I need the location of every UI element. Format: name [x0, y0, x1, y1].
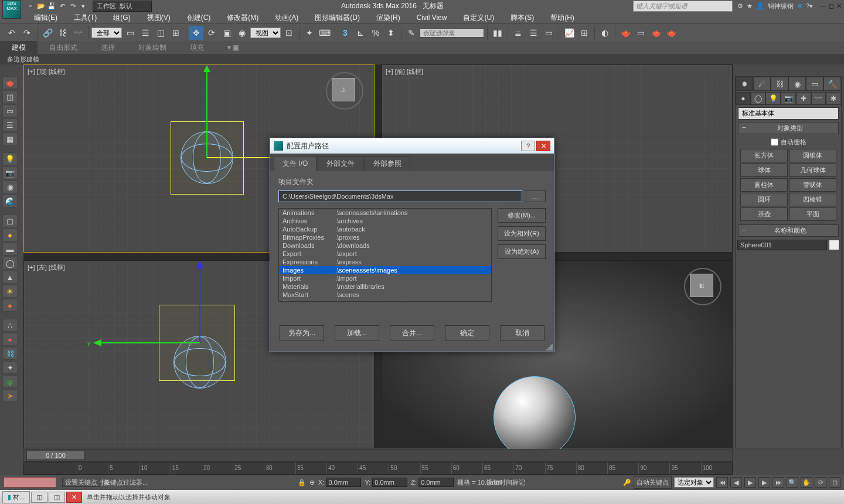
next-frame-button[interactable]: ▶ — [758, 477, 770, 488]
render-iterative-button[interactable]: 🫖 — [664, 26, 678, 40]
select-place-button[interactable]: ◉ — [235, 26, 249, 40]
viewcube-persp[interactable]: ◧ — [690, 274, 713, 297]
nav-zoom-button[interactable]: 🔍 — [787, 477, 798, 488]
rendered-frame-button[interactable]: ▭ — [634, 26, 648, 40]
dialog-side-修改(M)...[interactable]: 修改(M)... — [498, 208, 546, 223]
prim-cone-icon[interactable]: ▲ — [2, 271, 18, 284]
dialog-help-button[interactable]: ? — [521, 141, 535, 151]
goto-end-button[interactable]: ⏭ — [772, 477, 784, 488]
subtab-shapes[interactable]: ◯ — [751, 92, 766, 105]
path-row-Materials[interactable]: Materials.\materiallibraries — [279, 282, 491, 291]
select-region-button[interactable]: ◫ — [154, 26, 168, 40]
qat-undo-icon[interactable]: ↶ — [57, 1, 67, 11]
dialog-btn-确定[interactable]: 确定 — [445, 325, 489, 341]
help-search-input[interactable]: 键入关键字或短语 — [633, 1, 733, 12]
path-row-AutoBackup[interactable]: AutoBackup.\autoback — [279, 225, 491, 233]
help-icon[interactable]: ?▾ — [806, 2, 813, 10]
user-name[interactable]: 钢神缘钢 — [768, 2, 794, 11]
dialog-btn-加载...[interactable]: 加载... — [335, 325, 379, 341]
menu-工具(T)[interactable]: 工具(T) — [66, 12, 105, 24]
grass-icon[interactable]: ψ — [2, 375, 18, 388]
category-dropdown[interactable]: 标准基本体 — [738, 107, 839, 120]
ribbon-tab-2[interactable]: 选择 — [89, 41, 127, 55]
subtab-geometry[interactable]: ● — [736, 92, 751, 105]
path-row-Images[interactable]: Images.\sceneassets\images — [279, 266, 491, 274]
tab-motion[interactable]: ◉ — [788, 77, 806, 91]
dialog-btn-合并...[interactable]: 合并... — [390, 325, 434, 341]
viewport-top-label[interactable]: [+] [顶] [线框] — [28, 67, 65, 76]
star-icon[interactable]: ★ — [747, 2, 753, 10]
percent-snap-button[interactable]: % — [369, 26, 383, 40]
display-floater-icon[interactable]: ▦ — [2, 132, 18, 145]
prim-球体[interactable]: 球体 — [740, 164, 788, 177]
dynamics-icon[interactable]: ● — [2, 333, 18, 346]
subtab-helpers[interactable]: ✚ — [796, 92, 811, 105]
select-object-button[interactable]: ▭ — [123, 26, 137, 40]
menu-编辑(E)[interactable]: 编辑(E) — [26, 12, 66, 24]
tab-hierarchy[interactable]: ⛓ — [771, 77, 788, 91]
ribbon-expand[interactable]: ▾ ▣ — [216, 42, 251, 53]
viewport-left-label[interactable]: [+] [左] [线框] — [28, 263, 65, 272]
browse-path-button[interactable]: ... — [526, 190, 546, 202]
qat-new-icon[interactable]: ▫ — [26, 1, 35, 11]
play-button[interactable]: ▶ — [744, 477, 756, 488]
arrow-icon[interactable]: ➤ — [2, 389, 18, 402]
object-name-input[interactable] — [737, 240, 827, 250]
minimize-button[interactable]: — — [820, 2, 826, 10]
ribbon-tab-3[interactable]: 对象绘制 — [127, 41, 178, 55]
autokey-button[interactable]: 自动关键点 — [634, 476, 672, 489]
taskbar-app-button[interactable]: ▮ 材... — [2, 491, 30, 503]
menu-创建(C)[interactable]: 创建(C) — [179, 12, 219, 24]
coord-mode-icon[interactable]: ⊕ — [309, 479, 315, 486]
mirror-button[interactable]: ▮▮ — [491, 26, 505, 40]
x-input[interactable] — [326, 478, 361, 487]
nav-orbit-button[interactable]: ⟳ — [815, 477, 826, 488]
selection-filter-dropdown[interactable]: 全部 — [91, 28, 122, 38]
qat-project-icon[interactable]: ▾ — [79, 1, 88, 11]
align-button[interactable]: ≣ — [511, 26, 525, 40]
angle-snap-button[interactable]: ⊾ — [353, 26, 367, 40]
dialog-btn-另存为...[interactable]: 另存为... — [280, 325, 324, 341]
prim-长方体[interactable]: 长方体 — [740, 149, 788, 162]
tab-create[interactable]: ✹ — [736, 77, 753, 91]
spacewarp-icon[interactable]: 🌊 — [2, 195, 18, 207]
menu-渲染(R)[interactable]: 渲染(R) — [368, 12, 409, 24]
menu-帮助(H)[interactable]: 帮助(H) — [542, 12, 583, 24]
render-production-button[interactable]: 🫖 — [649, 26, 663, 40]
tab-display[interactable]: ▭ — [806, 77, 823, 91]
menu-脚本(S)[interactable]: 脚本(S) — [502, 12, 542, 24]
prim-geo-icon[interactable]: ● — [2, 299, 18, 312]
dialog-tab-2[interactable]: 外部参照 — [365, 156, 410, 171]
select-scale-button[interactable]: ▣ — [220, 26, 234, 40]
camera-icon[interactable]: 📷 — [2, 166, 18, 179]
viewcube-top[interactable]: 上 — [332, 78, 355, 101]
isolate-icon[interactable]: ▭ — [2, 104, 18, 117]
key-target-dropdown[interactable]: 选定对象 — [674, 477, 714, 488]
schematic-view-button[interactable]: ⊞ — [577, 26, 591, 40]
add-time-tag[interactable]: 添加时间标记 — [486, 478, 525, 487]
ribbon-tab-0[interactable]: 建模 — [0, 41, 38, 55]
prim-圆环[interactable]: 圆环 — [740, 193, 788, 206]
dialog-side-设为相对(R)[interactable]: 设为相对(R) — [498, 226, 546, 241]
taskbar-btn2[interactable]: ◫ — [31, 492, 47, 503]
maximize-button[interactable]: ◻ — [829, 2, 834, 10]
path-row-BitmapProxies[interactable]: BitmapProxies.\proxies — [279, 233, 491, 241]
menu-组(G)[interactable]: 组(G) — [105, 12, 138, 24]
prim-圆锥体[interactable]: 圆锥体 — [789, 149, 836, 162]
select-move-button[interactable]: ✥ — [189, 26, 203, 40]
path-row-Animations[interactable]: Animations.\sceneassets\animations — [279, 209, 491, 217]
dialog-btn-取消[interactable]: 取消 — [500, 325, 544, 341]
undo-button[interactable]: ↶ — [5, 26, 19, 40]
paths-listbox[interactable]: Animations.\sceneassets\animationsArchiv… — [278, 208, 492, 302]
path-row-Import[interactable]: Import.\import — [279, 274, 491, 282]
pivot-center-button[interactable]: ⊡ — [282, 26, 296, 40]
keyfilter-button[interactable]: 关键点过滤器... — [104, 479, 148, 486]
exchange-icon[interactable]: ✕ — [797, 2, 802, 10]
dialog-close-button[interactable]: ✕ — [536, 141, 550, 151]
layer-explorer-icon[interactable]: ☰ — [2, 118, 18, 131]
workspace-dropdown[interactable]: 工作区: 默认 — [93, 1, 152, 12]
spinner-snap-button[interactable]: ⬍ — [384, 26, 398, 40]
qat-redo-icon[interactable]: ↷ — [68, 1, 77, 11]
material-editor-button[interactable]: ◐ — [598, 26, 612, 40]
named-selection-input[interactable] — [420, 28, 484, 38]
